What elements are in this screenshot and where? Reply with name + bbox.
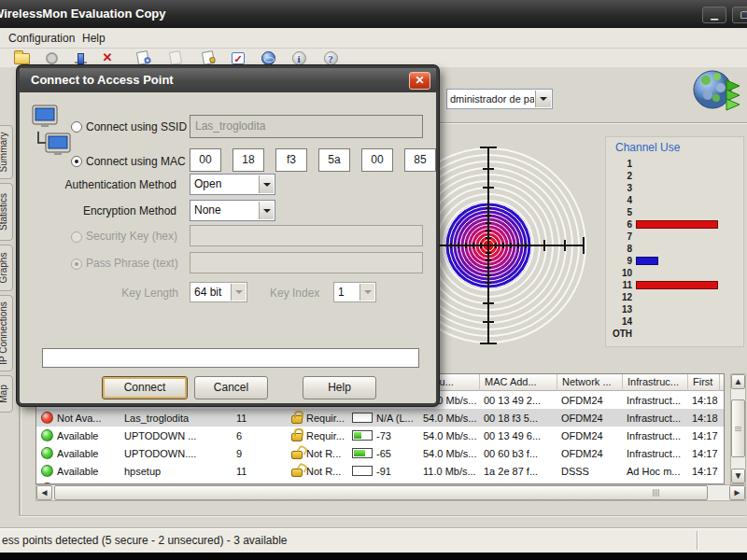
channel-bar-area [636, 316, 741, 327]
minimize-button[interactable]: ▁ [702, 7, 726, 23]
rate-text: 11.0 Mb/s... [419, 466, 476, 477]
channel-row: 11 [608, 279, 741, 291]
mac-radio-label: Connect using MAC [86, 155, 186, 168]
first-seen-text: 14:18 [688, 413, 718, 424]
adapter-select[interactable]: dministrador de paq [446, 89, 553, 109]
mac-octet-input-5[interactable]: 85 [404, 148, 436, 172]
enc-method-select[interactable]: None [190, 200, 275, 221]
security-key-input[interactable] [190, 225, 423, 246]
globe-gray-icon[interactable] [42, 49, 61, 66]
connect-button[interactable]: Connect [102, 376, 188, 399]
scroll-right-icon[interactable]: ► [729, 485, 745, 500]
channel-label: 8 [608, 244, 632, 254]
vertical-scrollbar-thumb[interactable] [731, 399, 745, 457]
info-icon[interactable]: i [289, 49, 308, 66]
security-key-label: Security Key (hex) [86, 230, 177, 243]
channel-label: 3 [608, 183, 632, 193]
side-tab-label: Graphs [0, 253, 8, 284]
checklist-icon[interactable]: ✓ [229, 49, 247, 66]
globe-icon[interactable] [259, 49, 277, 66]
key-index-select[interactable]: 1 [333, 282, 376, 302]
menu-bar: Configuration Help [0, 28, 747, 49]
mac-octet-input-2[interactable]: f3 [275, 148, 307, 172]
mac-octet-input-1[interactable]: 18 [233, 148, 264, 172]
column-header[interactable]: Network ... [557, 374, 623, 391]
close-icon[interactable]: ✕ [409, 72, 430, 90]
pass-phrase-input[interactable] [190, 252, 423, 273]
security-key-radio[interactable] [71, 231, 82, 243]
chevron-down-icon[interactable] [259, 202, 274, 219]
pass-phrase-radio[interactable] [71, 259, 82, 270]
lock-closed-icon [291, 415, 303, 424]
help-button[interactable]: Help [303, 376, 376, 399]
column-header[interactable]: First [688, 374, 720, 391]
mac-octet-input-4[interactable]: 00 [361, 148, 393, 172]
mac-octet-input-3[interactable]: 5a [318, 148, 350, 172]
channel-use-title: Channel Use [615, 141, 680, 154]
scroll-left-icon[interactable]: ◄ [36, 485, 52, 500]
side-tab-ip-connections[interactable]: IP Connections [0, 295, 13, 371]
channel-row: 5 [608, 206, 741, 218]
side-tab-label: Map [0, 385, 8, 402]
channel-label: 1 [608, 159, 632, 169]
channel-bar-area [636, 219, 741, 230]
chevron-down-icon[interactable] [535, 91, 551, 107]
help-icon[interactable]: ? [321, 49, 340, 66]
channel-label: 6 [608, 219, 632, 230]
key-length-select[interactable]: 64 bit [190, 282, 247, 302]
graph-blue-icon[interactable] [71, 49, 90, 66]
column-header[interactable]: Infrastruc... [623, 374, 688, 391]
table-row[interactable]: Availablehpsetup11Not R...-9111.0 Mb/s..… [36, 462, 724, 480]
mac-address-text: 1a 2e 87 f... [480, 466, 538, 477]
dialog-title: Connect to Access Point [31, 73, 174, 87]
side-tab-map[interactable]: Map [0, 375, 13, 413]
channel-bar-area [636, 171, 741, 181]
signal-meter-icon [352, 448, 373, 458]
chevron-down-icon[interactable] [259, 175, 274, 193]
channel-row: 3 [608, 182, 741, 194]
network-type-text: DSSS [557, 466, 589, 477]
dialog-title-bar[interactable]: Connect to Access Point ✕ [20, 68, 436, 92]
table-row[interactable]: AvailableUPTODOWN....9Not R...-6554.0 Mb… [36, 444, 724, 462]
side-tab-summary[interactable]: Summary [0, 125, 13, 179]
card-copy-icon[interactable] [166, 49, 185, 66]
scroll-down-icon[interactable]: ▼ [731, 469, 745, 483]
column-header[interactable]: MAC Add... [480, 374, 557, 391]
mac-radio[interactable] [71, 156, 82, 167]
channel-usage-bar [636, 220, 718, 229]
key-index-value: 1 [338, 286, 345, 299]
horizontal-scrollbar-thumb[interactable] [54, 485, 708, 500]
open-folder-icon[interactable] [12, 49, 31, 66]
scroll-up-icon[interactable]: ▲ [731, 374, 745, 389]
auth-method-select[interactable]: Open [190, 174, 275, 195]
rate-text: 54.0 Mb/s... [419, 413, 476, 424]
table-row[interactable]: AvailableUPTODOWN ...6Requir...-7354.0 M… [36, 427, 724, 444]
card-lock-icon[interactable] [199, 49, 218, 66]
network-type-text: OFDM24 [557, 395, 603, 406]
chevron-down-icon[interactable] [359, 284, 374, 301]
mac-octet-input-0[interactable]: 00 [190, 148, 221, 172]
title-bar: WirelessMon Evaluation Copy ▁ ▢ [0, 0, 747, 28]
pass-phrase-label: Pass Phrase (text) [86, 257, 178, 270]
channel-label: 12 [608, 292, 632, 302]
vertical-scrollbar[interactable]: ▲ ▼ [730, 373, 746, 484]
infrastructure-text: Ad Hoc m... [623, 466, 680, 477]
side-tab-graphs[interactable]: Graphs [0, 245, 13, 291]
cancel-button[interactable]: Cancel [194, 376, 268, 399]
side-tab-statistics[interactable]: Statistics [0, 183, 13, 241]
status-ball-icon [41, 412, 53, 424]
menu-configuration[interactable]: Configuration [8, 32, 75, 45]
table-row[interactable]: Not Ava...Las_troglodita11Requir...N/A (… [36, 409, 724, 427]
delete-icon[interactable]: ✕ [98, 49, 117, 66]
maximize-button[interactable]: ▢ [732, 7, 747, 23]
menu-help[interactable]: Help [82, 32, 106, 45]
channel-bar-area [636, 183, 741, 193]
key-length-label: Key Length [109, 287, 178, 300]
ssid-input[interactable]: Las_troglodita [190, 115, 423, 138]
horizontal-scrollbar[interactable]: ◄ ► [35, 484, 746, 501]
channel-label: 14 [608, 316, 632, 327]
chevron-down-icon[interactable] [231, 284, 246, 301]
card-search-icon[interactable] [134, 49, 152, 66]
panel-edge [19, 515, 746, 516]
ssid-radio[interactable] [71, 121, 82, 133]
